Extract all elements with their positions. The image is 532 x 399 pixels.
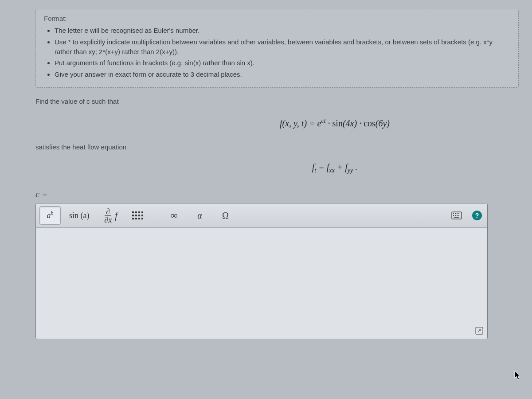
matrix-button[interactable] — [127, 206, 148, 225]
sin-button[interactable]: sin (a) — [65, 206, 93, 225]
format-item: Give your answer in exact form or accura… — [55, 70, 510, 79]
power-base: a — [47, 211, 51, 220]
infinity-button[interactable]: ∞ — [163, 206, 184, 225]
svg-rect-7 — [457, 215, 458, 216]
svg-rect-2 — [455, 213, 456, 214]
expand-icon[interactable] — [475, 326, 484, 335]
svg-rect-5 — [453, 215, 454, 216]
svg-rect-9 — [454, 217, 459, 218]
format-box: Format: The letter e will be recognised … — [35, 9, 519, 88]
svg-rect-1 — [453, 213, 454, 214]
editor-toolbar: ab sin (a) ∂ ∂x f — [36, 203, 487, 228]
alpha-symbol: α — [197, 211, 202, 221]
sin-label: sin (a) — [69, 211, 89, 220]
answer-prompt: c = — [35, 189, 519, 200]
keyboard-button[interactable] — [447, 206, 466, 225]
question-intro: Find the value of c such that — [35, 98, 519, 105]
format-item: Use * to explicitly indicate multiplicat… — [55, 37, 510, 57]
derivative-fraction: ∂ ∂x — [103, 207, 113, 224]
question-page: Format: The letter e will be recognised … — [0, 0, 532, 352]
keyboard-icon — [451, 211, 462, 219]
math-editor: ab sin (a) ∂ ∂x f — [35, 203, 488, 339]
svg-rect-6 — [455, 215, 456, 216]
math-input[interactable] — [36, 228, 487, 339]
format-item: Put arguments of functions in brackets (… — [55, 58, 510, 68]
alpha-button[interactable]: α — [189, 206, 210, 225]
power-button[interactable]: ab — [39, 206, 61, 225]
equation-f: f(x, y, t) = ect · sin(4x) · cos(6y) — [151, 117, 519, 129]
power-exp: b — [51, 211, 54, 216]
derivative-button[interactable]: ∂ ∂x f — [98, 206, 122, 225]
omega-symbol: Ω — [222, 211, 229, 221]
question-satisfies: satisfies the heat flow equation — [35, 143, 519, 151]
derivative-f: f — [115, 211, 117, 221]
format-title: Format: — [44, 15, 510, 22]
help-label: ? — [475, 212, 479, 219]
help-button[interactable]: ? — [470, 206, 484, 225]
equation-heat: ft = fxx + fyy . — [151, 162, 519, 174]
help-icon: ? — [472, 211, 482, 220]
svg-rect-4 — [458, 213, 459, 214]
format-item: The letter e will be recognised as Euler… — [55, 26, 510, 35]
svg-rect-3 — [457, 213, 458, 214]
svg-rect-8 — [458, 215, 459, 216]
cursor-icon — [514, 370, 521, 381]
infinity-symbol: ∞ — [171, 210, 178, 221]
matrix-icon — [132, 211, 143, 219]
derivative-bottom: ∂x — [103, 216, 113, 224]
format-list: The letter e will be recognised as Euler… — [44, 26, 510, 79]
derivative-top: ∂ — [105, 207, 111, 216]
omega-button[interactable]: Ω — [215, 206, 236, 225]
